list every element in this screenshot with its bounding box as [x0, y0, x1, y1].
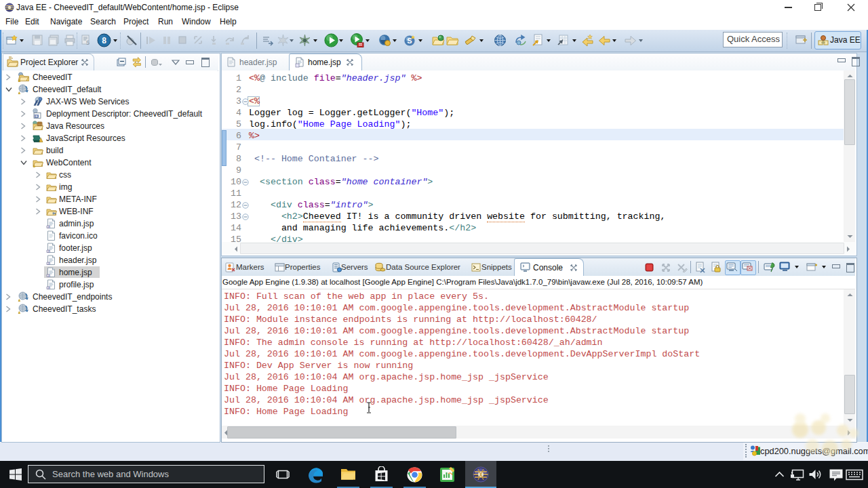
svg-text:S: S — [407, 37, 412, 45]
svg-text:J: J — [47, 225, 49, 228]
svg-text:8: 8 — [102, 36, 106, 45]
svg-text:5: 5 — [86, 39, 90, 46]
svg-text:2.5: 2.5 — [35, 115, 38, 118]
svg-text:J: J — [47, 286, 49, 289]
svg-text:J: J — [47, 249, 49, 253]
svg-text:J: J — [47, 262, 49, 265]
svg-text:J: J — [47, 274, 49, 277]
